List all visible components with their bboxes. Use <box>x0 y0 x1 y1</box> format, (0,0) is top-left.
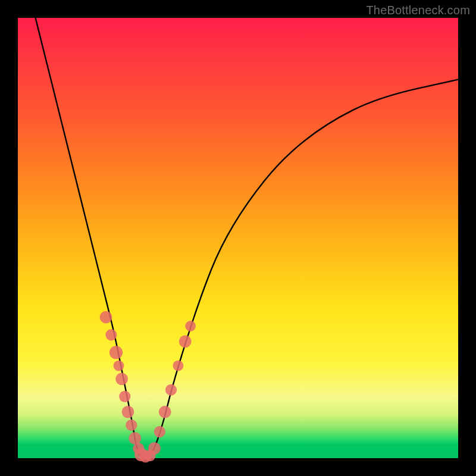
data-point <box>105 329 117 340</box>
data-point <box>114 361 124 371</box>
data-point <box>173 361 184 371</box>
data-point <box>154 426 165 437</box>
data-point <box>119 391 130 402</box>
data-point <box>129 432 141 444</box>
data-point <box>122 406 134 418</box>
watermark-text: TheBottleneck.com <box>366 4 470 17</box>
data-points-group <box>100 311 196 463</box>
chart-frame: TheBottleneck.com <box>0 0 476 476</box>
bottleneck-curve <box>36 18 458 458</box>
chart-overlay-svg <box>18 18 458 458</box>
data-point <box>159 406 171 418</box>
data-point <box>109 346 123 359</box>
data-point <box>165 384 177 396</box>
data-point <box>126 419 137 431</box>
data-point <box>115 372 128 385</box>
data-point <box>179 336 192 348</box>
data-point <box>148 442 161 455</box>
data-point <box>185 321 196 331</box>
data-point <box>100 311 112 324</box>
